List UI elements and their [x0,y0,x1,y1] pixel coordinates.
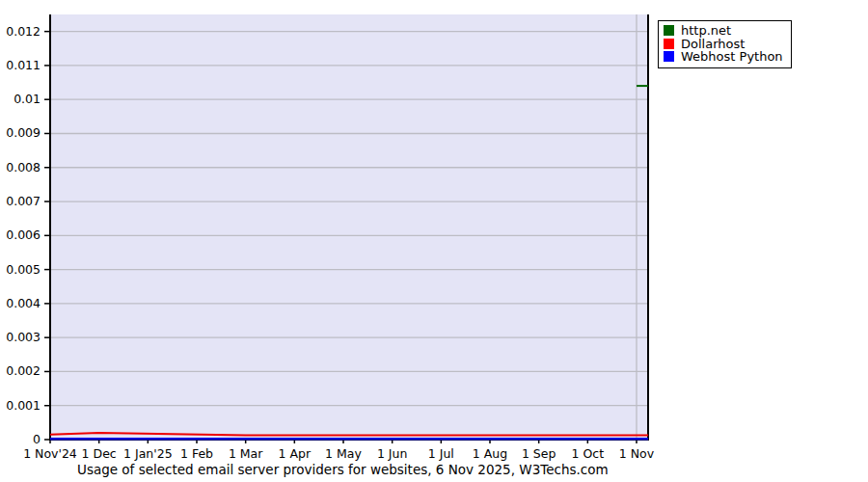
y-tick-label: 0.009 [0,125,41,140]
legend-item-webhost-python: Webhost Python [664,50,783,64]
y-tick-label: 0.004 [0,296,41,310]
x-tick-label: 1 Nov [593,446,680,461]
legend-item-http-net: http.net [664,24,783,38]
y-tick-label: 0.005 [0,262,41,277]
y-tick-label: 0.01 [0,92,41,106]
y-tick-label: 0.001 [0,398,41,413]
y-tick-label: 0.006 [0,228,41,242]
y-tick-label: 0.012 [0,24,41,39]
chart-caption: Usage of selected email server providers… [77,462,609,477]
y-tick-label: 0.007 [0,194,41,208]
legend: http.net Dollarhost Webhost Python [658,20,792,68]
legend-label-dollarhost: Dollarhost [681,38,745,51]
y-tick-label: 0.011 [0,58,41,72]
plot-area [0,0,868,482]
legend-label-webhost-python: Webhost Python [681,50,783,64]
chart-canvas: 00.0010.0020.0030.0040.0050.0060.0070.00… [0,0,868,482]
legend-swatch-dollarhost [664,39,674,49]
y-tick-label: 0.003 [0,330,41,344]
legend-label-http-net: http.net [681,24,731,38]
legend-swatch-http-net [664,25,674,36]
y-tick-label: 0 [0,432,41,446]
y-tick-label: 0.002 [0,363,41,378]
plot-background [50,14,648,440]
y-tick-label: 0.008 [0,160,41,174]
legend-swatch-webhost-python [664,51,674,62]
legend-item-dollarhost: Dollarhost [664,38,783,51]
